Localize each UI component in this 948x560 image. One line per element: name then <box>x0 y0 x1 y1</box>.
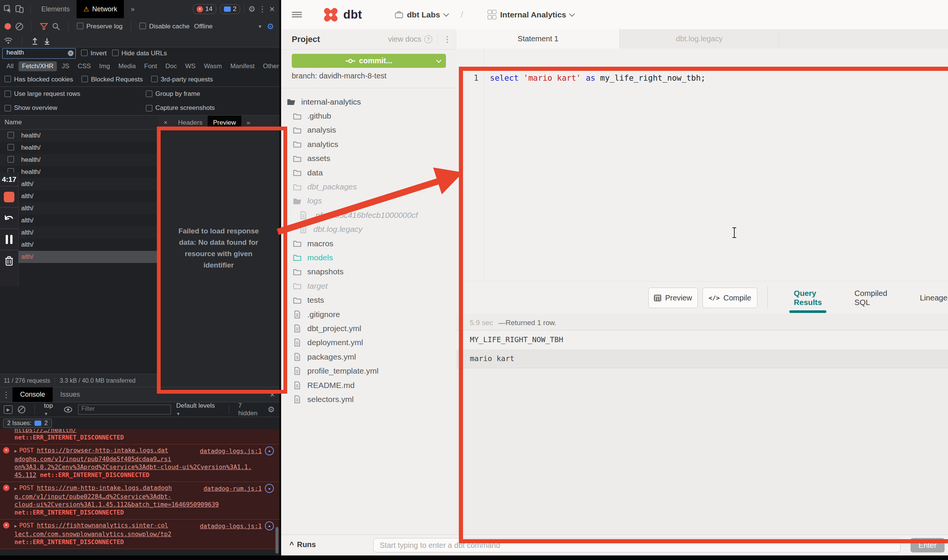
device-toolbar-icon[interactable] <box>15 5 24 13</box>
console-scrollbar[interactable] <box>275 527 278 554</box>
commit-dropdown-icon[interactable] <box>436 58 441 63</box>
network-request-row[interactable]: alth/ <box>0 178 158 190</box>
result-column-header[interactable]: MY_LIFE_RIGHT_NOW_TBH <box>457 330 948 350</box>
delete-recording-button[interactable] <box>0 250 18 271</box>
network-request-row[interactable]: alth/ <box>0 202 158 214</box>
tab-compiled-sql[interactable]: Compiled SQL <box>850 282 892 314</box>
tab-headers[interactable]: Headers <box>173 116 208 130</box>
import-har-icon[interactable] <box>31 37 38 45</box>
clear-filter-icon[interactable]: × <box>68 50 74 56</box>
console-sidebar-icon[interactable]: ▶ <box>4 405 13 414</box>
capture-screenshots-checkbox[interactable]: Capture screenshots <box>146 104 215 112</box>
dbt-logo-icon[interactable] <box>322 0 339 29</box>
account-selector[interactable]: dbt Labs <box>407 0 448 29</box>
tree-item-profile_template.yml[interactable]: profile_template.yml <box>281 364 457 378</box>
tree-item-macros[interactable]: macros <box>281 236 457 250</box>
error-url-link[interactable]: https://browser-http-intake.logs.dat <box>37 447 168 454</box>
close-devtools-icon[interactable]: × <box>269 4 275 14</box>
tab-query-results[interactable]: Query Results <box>789 282 826 314</box>
filter-type-font[interactable]: Font <box>141 61 161 71</box>
network-request-row[interactable]: health/ <box>0 130 158 142</box>
error-source-link[interactable]: datadog-rum.js:1 <box>203 485 262 493</box>
tree-item-logs[interactable]: logs <box>281 194 457 208</box>
initiator-badge-icon[interactable]: ● <box>265 484 274 493</box>
issue-count-badge[interactable]: 2 <box>220 4 240 14</box>
tree-item-internal-analytics[interactable]: internal-analytics <box>281 95 457 109</box>
network-request-row[interactable]: health/ <box>0 166 158 178</box>
kebab-menu-icon[interactable]: ⋮ <box>258 5 266 14</box>
tree-item-models[interactable]: models <box>281 250 457 264</box>
preview-button[interactable]: Preview <box>648 288 698 308</box>
error-count-badge[interactable]: ×14 <box>193 4 216 14</box>
hamburger-menu-icon[interactable] <box>292 0 302 29</box>
pause-recording-button[interactable] <box>0 229 18 250</box>
filter-check[interactable]: 3rd-party requests <box>151 76 213 83</box>
console-error[interactable]: × datadog-logs.js:1● ▶POSThttps://browse… <box>0 444 279 482</box>
tab-elements[interactable]: Elements <box>34 0 77 18</box>
network-conditions-icon[interactable] <box>4 37 13 45</box>
sql-editor[interactable]: 1 select 'mario kart' as my_life_right_n… <box>457 48 948 281</box>
tree-item-target[interactable]: target <box>281 279 457 293</box>
tree-item-packages.yml[interactable]: packages.yml <box>281 350 457 364</box>
filter-type-js[interactable]: JS <box>58 61 73 71</box>
project-selector[interactable]: Internal Analytics <box>500 0 574 29</box>
filter-type-all[interactable]: All <box>3 61 17 71</box>
tab-issues[interactable]: Issues <box>53 387 88 402</box>
export-har-icon[interactable] <box>44 37 50 45</box>
settings-gear-icon[interactable]: ⚙ <box>248 5 255 14</box>
console-error[interactable]: × datadog-rum.js:1● ▶POSThttps://rum-htt… <box>0 482 279 519</box>
error-url-link[interactable]: https://rum-http-intake.logs.datadogh <box>37 484 172 491</box>
tree-item-data[interactable]: data <box>281 166 457 180</box>
tab-console[interactable]: Console <box>13 387 53 402</box>
initiator-badge-icon[interactable]: ● <box>265 446 274 455</box>
restart-recording-button[interactable] <box>0 208 18 228</box>
network-request-row[interactable]: alth/ <box>0 239 158 251</box>
filter-type-css[interactable]: CSS <box>74 61 94 71</box>
clear-icon[interactable] <box>16 23 23 30</box>
network-request-row[interactable]: health/ <box>0 154 158 166</box>
tree-item-dbt_packages[interactable]: dbt_packages <box>281 180 457 194</box>
tab-lineage[interactable]: Lineage <box>915 282 948 314</box>
hide-data-urls-checkbox[interactable]: Hide data URLs <box>112 50 167 57</box>
filter-type-fetch/xhr[interactable]: Fetch/XHR <box>19 61 57 71</box>
context-selector[interactable]: top ▼ <box>44 402 58 417</box>
stop-recording-button[interactable] <box>0 186 18 207</box>
network-request-row[interactable]: alth/ <box>0 251 158 263</box>
expand-icon[interactable]: ▶ <box>14 486 17 491</box>
view-docs-link[interactable]: view docs ? <box>388 35 432 44</box>
tree-item-tests[interactable]: tests <box>281 293 457 307</box>
invert-checkbox[interactable]: Invert <box>81 50 107 57</box>
error-source-link[interactable]: datadog-logs.js:1 <box>200 522 262 530</box>
name-column-header[interactable]: Name <box>0 116 158 130</box>
filter-type-ws[interactable]: WS <box>182 61 199 71</box>
inspect-icon[interactable] <box>4 5 12 13</box>
console-error[interactable]: × datadog-logs.js:1● ▶POSThttps://fishto… <box>0 519 279 549</box>
compile-button[interactable]: </> Compile <box>702 288 757 308</box>
disable-cache-checkbox[interactable]: Disable cache <box>139 23 189 30</box>
network-request-row[interactable]: alth/ <box>0 227 158 239</box>
tree-item-deployment.yml[interactable]: deployment.yml <box>281 336 457 350</box>
filter-text-field[interactable] <box>6 48 53 57</box>
show-overview-checkbox[interactable]: Show overview <box>5 104 57 112</box>
console-filter-input[interactable] <box>78 405 171 415</box>
large-rows-checkbox[interactable]: Use large request rows <box>5 90 80 98</box>
network-request-row[interactable]: alth/ <box>0 190 158 202</box>
filter-type-manifest[interactable]: Manifest <box>227 61 258 71</box>
error-url-link[interactable]: https://fishtownanalytics.sinter-col <box>37 522 168 529</box>
tree-item-analysis[interactable]: analysis <box>281 123 457 137</box>
close-console-icon[interactable]: × <box>270 390 275 400</box>
throttling-caret-icon[interactable]: ▼ <box>258 24 262 29</box>
tree-item-assets[interactable]: assets <box>281 152 457 166</box>
network-filter-input[interactable]: × <box>2 48 76 59</box>
tab-preview[interactable]: Preview <box>208 116 241 130</box>
issues-chip[interactable]: 2 Issues: 2 <box>3 419 52 428</box>
initiator-badge-icon[interactable]: ● <box>265 521 274 530</box>
console-kebab-icon[interactable]: ⋮ <box>2 390 10 399</box>
preserve-log-checkbox[interactable]: Preserve log <box>77 23 122 30</box>
runs-toggle[interactable]: ^Runs <box>289 540 316 549</box>
search-icon[interactable] <box>52 23 60 30</box>
network-request-row[interactable]: alth/ <box>0 214 158 227</box>
log-levels-select[interactable]: Default levels ▼ <box>176 402 220 417</box>
enter-button[interactable]: Enter <box>910 538 945 552</box>
console-filter-field[interactable] <box>78 405 169 413</box>
